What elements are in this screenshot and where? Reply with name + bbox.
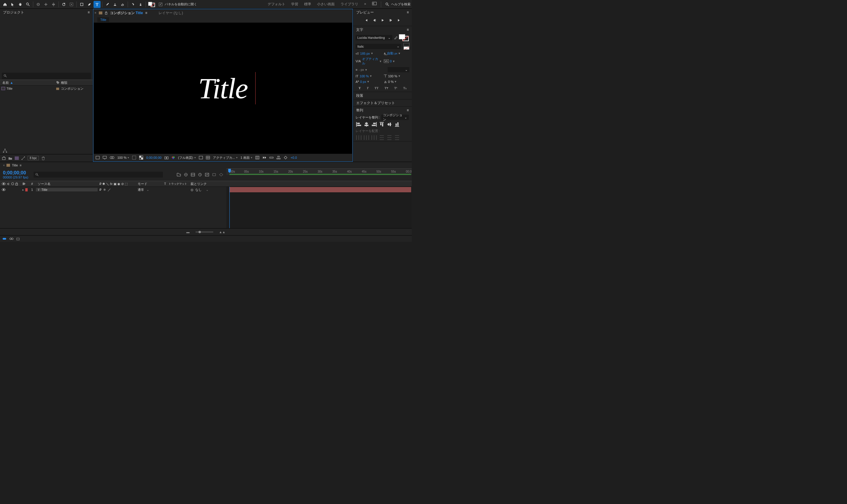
reset-workspace-icon[interactable] <box>372 2 377 7</box>
comp-subtab[interactable]: Title <box>97 17 109 22</box>
comp-mini-icon[interactable] <box>177 173 181 177</box>
smallcaps-btn[interactable]: Tᴛ <box>384 86 388 90</box>
zoom-out-icon[interactable]: ▬ <box>186 230 190 234</box>
anchor-tool-icon[interactable] <box>68 1 75 8</box>
timeline-track-area[interactable] <box>227 187 412 228</box>
shy-icon[interactable] <box>183 173 188 177</box>
lock-icon[interactable] <box>105 11 108 15</box>
col-parent[interactable]: 親とリンク <box>189 181 227 186</box>
swatch-black[interactable] <box>403 43 409 46</box>
frame-blend-icon[interactable] <box>191 173 195 177</box>
graph-icon[interactable] <box>205 173 210 177</box>
lock-col-icon[interactable] <box>15 182 18 185</box>
orbit-tool-icon[interactable] <box>35 1 42 8</box>
snapshot-icon[interactable] <box>164 156 168 159</box>
roto-tool-icon[interactable] <box>129 1 137 8</box>
first-frame-icon[interactable] <box>364 18 368 22</box>
next-frame-icon[interactable] <box>389 18 393 22</box>
flow-icon[interactable] <box>276 156 281 159</box>
views-dropdown[interactable]: 1 画面 <box>240 156 252 160</box>
adjust-icon[interactable] <box>21 156 25 160</box>
panel-menu-icon[interactable]: ≡ <box>407 10 409 14</box>
bold-btn[interactable]: T <box>359 86 361 90</box>
layer-label-color[interactable] <box>25 188 28 192</box>
layer-duration-bar[interactable] <box>229 187 411 192</box>
col-source[interactable]: ソース名 <box>36 181 98 186</box>
subscript-btn[interactable]: T₁ <box>403 86 407 90</box>
interpret-icon[interactable] <box>2 156 6 160</box>
canvas-text[interactable]: Title <box>198 71 248 105</box>
stroke-style-dropdown[interactable]: ⌄ <box>388 67 409 72</box>
shape-tool-icon[interactable] <box>78 1 85 8</box>
resolution-icon[interactable] <box>132 156 136 160</box>
home-icon[interactable] <box>1 1 8 8</box>
draft3d-icon[interactable] <box>212 173 216 177</box>
zoom-in-icon[interactable]: ▲▲ <box>219 230 226 234</box>
col-type-header[interactable]: 種類 <box>54 80 93 85</box>
workspace-default[interactable]: デフォルト <box>268 2 285 7</box>
composition-viewer[interactable]: Title <box>94 23 352 154</box>
tsume-field[interactable]: ぁ0 %▾ <box>384 79 410 84</box>
auto-open-panels[interactable]: ✓ パネルを自動的に開く <box>159 2 197 6</box>
timeline-search[interactable] <box>34 172 163 178</box>
flowchart-icon[interactable] <box>3 149 7 153</box>
leading-field[interactable]: ᴀ͟自動px▾ <box>384 51 410 56</box>
text-tool-icon[interactable] <box>93 1 101 8</box>
magnify-icon[interactable] <box>95 156 100 159</box>
close-tab-icon[interactable]: × <box>3 163 5 167</box>
vscale-field[interactable]: IT100 %▾ <box>356 74 381 78</box>
render-icon[interactable] <box>219 173 223 177</box>
panel-menu-icon[interactable]: ≡ <box>88 10 90 14</box>
rotate-tool-icon[interactable] <box>60 1 67 8</box>
swatch-white-strike[interactable] <box>403 47 409 50</box>
col-num[interactable]: # <box>30 181 36 186</box>
exposure-icon[interactable] <box>284 156 288 160</box>
col-mode[interactable]: モード <box>136 181 162 186</box>
col-name-header[interactable]: 名前 ▲ <box>0 80 54 85</box>
play-icon[interactable] <box>381 18 385 22</box>
hand-tool-icon[interactable] <box>17 1 24 8</box>
panel-menu-icon[interactable]: ≡ <box>20 163 21 167</box>
label-col-icon[interactable] <box>22 182 26 185</box>
checkbox-icon[interactable]: ✓ <box>159 3 162 6</box>
toggle-switches-icon[interactable] <box>2 237 6 241</box>
panel-menu-icon[interactable]: ≡ <box>407 28 409 32</box>
last-frame-icon[interactable] <box>397 18 401 22</box>
trash-icon[interactable] <box>41 156 45 160</box>
project-item[interactable]: Title コンポジション <box>0 86 93 91</box>
workspace-library[interactable]: ライブラリ <box>341 2 358 7</box>
timeline-tab[interactable]: Title <box>12 163 18 167</box>
pickwhip-icon[interactable]: ◎ <box>191 188 194 192</box>
align-to-dropdown[interactable]: コンポジション⌄ <box>381 115 409 120</box>
solo-col-icon[interactable] <box>11 182 14 185</box>
clone-tool-icon[interactable] <box>111 1 119 8</box>
kerning-field[interactable]: V/Aオプティカル▾ <box>356 57 381 66</box>
align-vcenter-icon[interactable] <box>387 122 392 127</box>
allcaps-btn[interactable]: TT <box>375 86 379 90</box>
layer-parent[interactable]: なし <box>195 187 202 192</box>
selection-tool-icon[interactable] <box>9 1 16 8</box>
align-hcenter-icon[interactable] <box>364 122 369 127</box>
brace-icon[interactable]: { } <box>16 237 19 240</box>
effects-title[interactable]: エフェクト＆プリセット <box>356 101 395 106</box>
puppet-tool-icon[interactable] <box>137 1 144 8</box>
layer-mode[interactable]: 通常 <box>138 187 144 192</box>
timeline-icon[interactable] <box>269 156 273 159</box>
timeline-layer-row[interactable]: ▸ 1 T Title ₽✱／ 通常⌄ ◎ なし⌄ <box>0 187 227 193</box>
align-bottom-icon[interactable] <box>394 122 400 127</box>
fill-stroke-swatches[interactable] <box>399 34 409 41</box>
pixel-aspect-icon[interactable] <box>255 156 259 159</box>
workspace-standard[interactable]: 標準 <box>304 2 311 7</box>
prev-frame-icon[interactable] <box>372 18 376 22</box>
eye-col-icon[interactable] <box>2 182 5 185</box>
comp-tab-menu-icon[interactable]: ≡ <box>145 11 147 15</box>
transparency-icon[interactable] <box>139 156 143 160</box>
playhead-line[interactable] <box>229 187 230 228</box>
eraser-tool-icon[interactable] <box>119 1 126 8</box>
font-style-dropdown[interactable]: Italic⌄ <box>356 44 401 49</box>
motion-blur-icon[interactable] <box>198 173 202 177</box>
dolly-tool-icon[interactable] <box>50 1 57 8</box>
display-icon[interactable] <box>103 156 107 159</box>
zoom-tool-icon[interactable] <box>24 1 32 8</box>
mask-icon[interactable] <box>110 156 114 159</box>
